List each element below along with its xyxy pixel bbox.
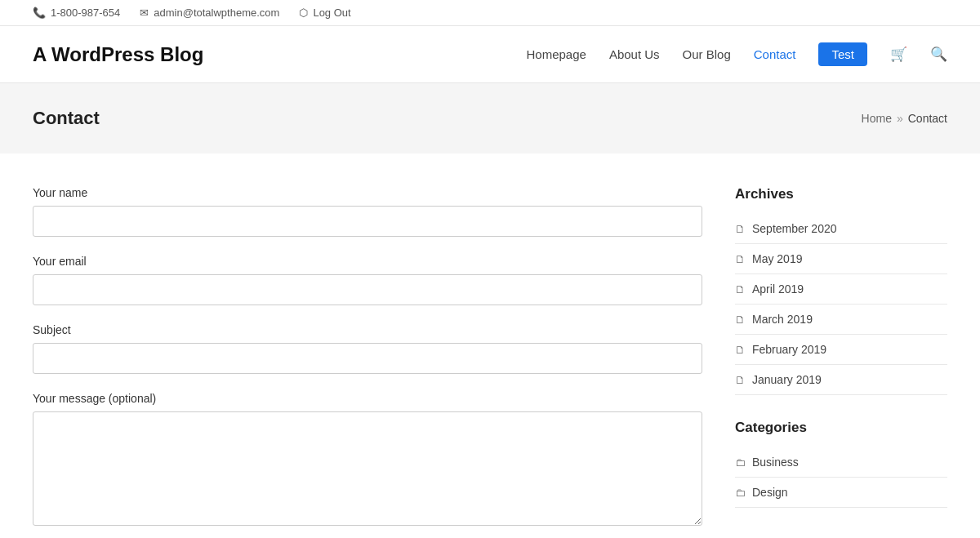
archive-list-item[interactable]: 🗋April 2019 xyxy=(735,274,947,305)
cart-icon[interactable]: 🛒 xyxy=(890,46,907,63)
sidebar: Archives 🗋September 2020🗋May 2019🗋April … xyxy=(735,186,947,538)
nav-homepage[interactable]: Homepage xyxy=(526,47,586,61)
email-input[interactable] xyxy=(33,274,702,305)
site-title[interactable]: A WordPress Blog xyxy=(33,43,203,66)
archive-list-item[interactable]: 🗋May 2019 xyxy=(735,244,947,274)
email-address: admin@totalwptheme.com xyxy=(154,7,279,19)
top-bar: 📞 1-800-987-654 ✉ admin@totalwptheme.com… xyxy=(0,0,980,26)
file-icon: 🗋 xyxy=(735,313,746,326)
file-icon: 🗋 xyxy=(735,344,746,356)
page-title: Contact xyxy=(33,108,100,129)
logout-icon: ⬡ xyxy=(299,7,308,19)
message-label: Your message (optional) xyxy=(33,392,702,405)
categories-section: Categories 🗀Business🗀Design xyxy=(735,420,947,508)
categories-list: 🗀Business🗀Design xyxy=(735,447,947,508)
subject-label: Subject xyxy=(33,323,702,336)
name-label: Your name xyxy=(33,186,702,199)
breadcrumb-current: Contact xyxy=(908,112,947,125)
site-header: A WordPress Blog Homepage About Us Our B… xyxy=(0,26,980,83)
main-layout: Your name Your email Subject Your messag… xyxy=(0,153,980,538)
nav-about-us[interactable]: About Us xyxy=(609,47,660,61)
file-icon: 🗋 xyxy=(735,283,746,296)
email-field-group: Your email xyxy=(33,255,702,305)
message-textarea[interactable] xyxy=(33,411,702,526)
archive-item-label: September 2020 xyxy=(752,222,837,235)
phone-icon: 📞 xyxy=(33,7,46,19)
category-list-item[interactable]: 🗀Business xyxy=(735,447,947,478)
logout-label[interactable]: Log Out xyxy=(313,7,350,19)
nav-contact[interactable]: Contact xyxy=(754,47,796,61)
archive-item-label: January 2019 xyxy=(752,373,822,386)
message-field-group: Your message (optional) xyxy=(33,392,702,528)
email-item: ✉ admin@totalwptheme.com xyxy=(140,7,279,19)
archives-list: 🗋September 2020🗋May 2019🗋April 2019🗋Marc… xyxy=(735,214,947,395)
name-input[interactable] xyxy=(33,206,702,237)
logout-item[interactable]: ⬡ Log Out xyxy=(299,7,350,19)
category-item-label: Design xyxy=(752,486,788,499)
archive-list-item[interactable]: 🗋January 2019 xyxy=(735,365,947,395)
email-label: Your email xyxy=(33,255,702,268)
main-nav: Homepage About Us Our Blog Contact Test … xyxy=(526,42,947,66)
archive-list-item[interactable]: 🗋March 2019 xyxy=(735,305,947,335)
phone-number: 1-800-987-654 xyxy=(51,7,120,19)
page-header-bar: Contact Home » Contact xyxy=(0,83,980,153)
archive-list-item[interactable]: 🗋September 2020 xyxy=(735,214,947,244)
categories-heading: Categories xyxy=(735,420,947,436)
breadcrumb-separator: » xyxy=(897,112,903,125)
contact-form-section: Your name Your email Subject Your messag… xyxy=(33,186,702,538)
archive-list-item[interactable]: 🗋February 2019 xyxy=(735,335,947,365)
file-icon: 🗋 xyxy=(735,223,746,235)
category-item-label: Business xyxy=(752,456,799,469)
email-icon: ✉ xyxy=(140,7,149,19)
file-icon: 🗋 xyxy=(735,374,746,386)
nav-test-button[interactable]: Test xyxy=(818,42,867,66)
search-icon[interactable]: 🔍 xyxy=(930,46,947,63)
archive-item-label: May 2019 xyxy=(752,252,802,265)
subject-field-group: Subject xyxy=(33,323,702,374)
breadcrumb: Home » Contact xyxy=(862,112,947,125)
folder-icon: 🗀 xyxy=(735,487,746,499)
archives-section: Archives 🗋September 2020🗋May 2019🗋April … xyxy=(735,186,947,395)
archive-item-label: April 2019 xyxy=(752,282,804,296)
category-list-item[interactable]: 🗀Design xyxy=(735,478,947,508)
file-icon: 🗋 xyxy=(735,253,746,265)
nav-our-blog[interactable]: Our Blog xyxy=(683,47,731,61)
phone-item: 📞 1-800-987-654 xyxy=(33,7,120,19)
name-field-group: Your name xyxy=(33,186,702,237)
archive-item-label: March 2019 xyxy=(752,313,813,326)
breadcrumb-home[interactable]: Home xyxy=(862,112,892,125)
subject-input[interactable] xyxy=(33,343,702,374)
archives-heading: Archives xyxy=(735,186,947,202)
archive-item-label: February 2019 xyxy=(752,343,826,356)
folder-icon: 🗀 xyxy=(735,456,746,469)
